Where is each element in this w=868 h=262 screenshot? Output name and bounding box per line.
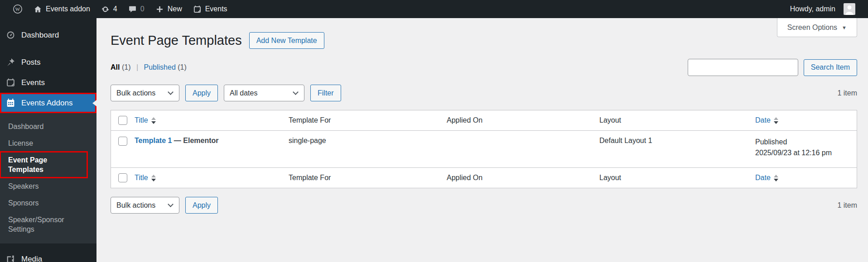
home-icon <box>34 5 42 14</box>
sort-by-date-link[interactable]: Date <box>755 174 778 182</box>
search-item-button[interactable]: Search Item <box>804 59 857 76</box>
tablenav-top: Bulk actions Apply All dates Filter 1 it… <box>111 85 857 101</box>
comments-icon <box>128 5 137 14</box>
comments-menu[interactable]: 0 <box>123 0 150 18</box>
updates-icon <box>101 5 110 14</box>
comments-count: 0 <box>140 5 145 13</box>
table-header-row: Title Template For Applied On Layout Dat… <box>111 110 857 130</box>
filter-separator: | <box>136 63 138 71</box>
sidebar-item-label: Events <box>21 78 45 87</box>
select-all-checkbox[interactable] <box>118 116 127 125</box>
wordpress-logo-icon[interactable]: W <box>7 0 28 18</box>
dashboard-icon <box>6 30 15 40</box>
calendar-icon <box>193 5 202 14</box>
sidebar-item-label: Dashboard <box>21 31 59 40</box>
sidebar-item-events-addons[interactable]: Events Addons <box>0 93 96 113</box>
filter-button[interactable]: Filter <box>310 85 341 101</box>
sort-by-title-link[interactable]: Title <box>135 174 156 182</box>
column-applied-on-label: Applied On <box>447 116 599 124</box>
sidebar-item-posts[interactable]: Posts <box>0 52 96 72</box>
search-input[interactable] <box>688 59 798 76</box>
sidebar-item-events[interactable]: Events <box>0 72 96 93</box>
row-layout: Default Layout 1 <box>599 131 755 167</box>
filter-all-link[interactable]: All <box>111 63 120 71</box>
updates-count: 4 <box>113 5 117 13</box>
bulk-actions-select-bottom[interactable]: Bulk actions <box>111 197 179 214</box>
column-template-for-label: Template For <box>289 174 447 182</box>
row-template-for: single-page <box>289 131 447 167</box>
apply-button-bottom[interactable]: Apply <box>185 197 218 214</box>
chevron-down-icon <box>168 89 174 95</box>
sidebar-item-label: Posts <box>21 58 41 67</box>
tablenav-bottom: Bulk actions Apply 1 item <box>111 197 857 214</box>
updates-menu[interactable]: 4 <box>96 0 123 18</box>
svg-text:W: W <box>15 6 20 12</box>
sort-arrows-icon <box>151 117 156 124</box>
sidebar-item-dashboard[interactable]: Dashboard <box>0 25 96 45</box>
row-applied-on <box>447 131 599 167</box>
filter-published-count: (1) <box>178 63 187 71</box>
column-layout-label: Layout <box>599 116 755 124</box>
site-name-menu[interactable]: Events addon <box>28 0 96 18</box>
table-footer-row: Title Template For Applied On Layout Dat… <box>111 168 857 188</box>
submenu-item-license[interactable]: License <box>0 135 96 152</box>
column-date-label: Date <box>755 174 771 182</box>
events-toolbar-menu[interactable]: Events <box>188 0 233 18</box>
submenu-item-speakers[interactable]: Speakers <box>0 178 96 195</box>
apply-button[interactable]: Apply <box>185 85 218 101</box>
screen-options-tab[interactable]: Screen Options ▼ <box>777 18 857 37</box>
page-title: Event Page Templates <box>111 33 242 48</box>
main-content: Screen Options ▼ Event Page Templates Ad… <box>96 18 868 262</box>
chevron-down-icon: ▼ <box>842 25 847 30</box>
table-row: Template 1 — Elementor single-page Defau… <box>111 130 857 168</box>
chevron-down-icon <box>293 89 299 95</box>
select-all-checkbox[interactable] <box>118 173 127 182</box>
my-account-menu[interactable]: Howdy, admin <box>785 0 861 18</box>
chevron-down-icon <box>168 201 174 207</box>
sort-arrows-icon <box>151 175 156 181</box>
bulk-actions-select[interactable]: Bulk actions <box>111 85 179 101</box>
submenu-item-event-page-templates[interactable]: Event Page Templates <box>0 152 87 178</box>
filter-all-count: (1) <box>122 63 131 71</box>
sidebar-item-media[interactable]: Media <box>0 249 96 262</box>
submenu-item-dashboard[interactable]: Dashboard <box>0 118 96 135</box>
row-date-value: 2025/09/23 at 12:16 pm <box>755 148 857 158</box>
calendar-icon <box>6 78 15 87</box>
admin-sidebar: Dashboard Posts Events Events Addons Das… <box>0 18 96 262</box>
sort-by-date-link[interactable]: Date <box>755 116 778 124</box>
media-icon <box>6 254 15 262</box>
add-new-template-button[interactable]: Add New Template <box>249 32 324 49</box>
row-post-state: — Elementor <box>174 137 219 144</box>
new-content-menu[interactable]: New <box>150 0 188 18</box>
all-dates-select[interactable]: All dates <box>224 85 304 101</box>
calendar-grid-icon <box>6 98 15 108</box>
events-toolbar-label: Events <box>205 5 227 13</box>
sort-arrows-icon <box>774 175 778 181</box>
site-name-label: Events addon <box>46 5 90 13</box>
filter-published-link[interactable]: Published <box>144 63 176 71</box>
screen-options-label: Screen Options <box>787 24 837 32</box>
column-date-label: Date <box>755 116 771 124</box>
new-label: New <box>168 5 182 13</box>
sort-by-title-link[interactable]: Title <box>135 116 156 124</box>
row-date-status: Published <box>755 137 857 148</box>
column-title-label: Title <box>135 174 148 182</box>
submenu-item-sponsors[interactable]: Sponsors <box>0 195 96 211</box>
howdy-label: Howdy, admin <box>790 5 835 13</box>
sidebar-item-label: Events Addons <box>21 99 72 108</box>
plus-icon <box>155 5 164 14</box>
bulk-actions-value: Bulk actions <box>116 201 155 210</box>
templates-table: Title Template For Applied On Layout Dat… <box>111 110 857 188</box>
current-menu-arrow-icon <box>92 100 96 106</box>
column-template-for-label: Template For <box>289 116 447 124</box>
column-title-label: Title <box>135 116 148 124</box>
pushpin-icon <box>6 57 15 67</box>
items-count-bottom: 1 item <box>837 201 857 210</box>
column-layout-label: Layout <box>599 174 755 182</box>
events-addons-submenu: Dashboard License Event Page Templates S… <box>0 113 96 243</box>
row-title-link[interactable]: Template 1 <box>135 137 172 144</box>
admin-bar: W Events addon 4 0 New <box>0 0 868 18</box>
submenu-item-speaker-sponsor-settings[interactable]: Speaker/Sponsor Settings <box>0 211 77 238</box>
bulk-actions-value: Bulk actions <box>116 89 155 97</box>
row-checkbox[interactable] <box>118 137 127 146</box>
